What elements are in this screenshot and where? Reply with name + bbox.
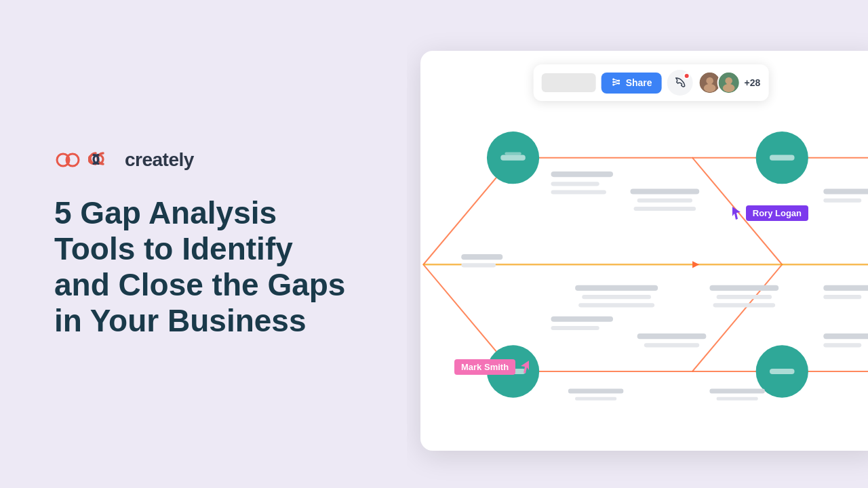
svg-point-13 [706, 77, 713, 85]
creately-logo-icon [54, 152, 81, 168]
svg-rect-42 [578, 303, 654, 307]
svg-point-16 [725, 77, 732, 85]
svg-line-11 [614, 83, 619, 85]
headline: 5 Gap Analysis Tools to Identify and Clo… [54, 195, 353, 339]
svg-rect-37 [823, 199, 861, 203]
svg-rect-52 [823, 333, 868, 339]
diagram-area: Rory Logan Mark Smith [420, 51, 868, 451]
svg-point-17 [723, 84, 735, 92]
toolbar-search[interactable] [542, 73, 596, 92]
svg-rect-55 [575, 397, 616, 401]
svg-rect-33 [630, 188, 699, 194]
svg-rect-32 [551, 190, 606, 194]
collaborators-group[interactable]: +28 [698, 71, 761, 94]
diagram-svg [420, 51, 868, 451]
share-label: Share [626, 77, 652, 88]
svg-rect-30 [551, 171, 614, 177]
call-active-dot [684, 73, 690, 79]
svg-rect-57 [717, 397, 758, 401]
svg-rect-22 [500, 155, 526, 161]
share-icon [611, 77, 622, 89]
svg-rect-38 [461, 254, 502, 260]
svg-rect-34 [637, 199, 692, 203]
left-panel: creately 5 Gap Analysis Tools to Identif… [0, 108, 393, 380]
svg-rect-56 [709, 388, 764, 393]
call-button[interactable] [667, 70, 693, 96]
logo-text: creately [125, 149, 194, 171]
svg-rect-46 [823, 285, 868, 291]
svg-rect-50 [637, 333, 707, 339]
svg-rect-39 [461, 263, 496, 267]
rory-cursor-label: Rory Logan [746, 205, 808, 221]
svg-rect-36 [823, 188, 868, 194]
logo-svg [88, 151, 118, 169]
svg-rect-51 [644, 343, 699, 347]
share-button[interactable]: Share [601, 73, 662, 94]
rory-cursor-container: Rory Logan [732, 205, 808, 221]
svg-rect-53 [823, 343, 861, 347]
svg-rect-25 [770, 155, 795, 161]
mark-cursor-label: Mark Smith [454, 359, 515, 375]
rory-cursor-arrow [732, 207, 743, 220]
avatar-count: +28 [745, 77, 761, 88]
logo: creately [54, 149, 353, 171]
svg-rect-48 [551, 317, 614, 322]
svg-rect-44 [717, 295, 772, 299]
svg-rect-45 [713, 303, 776, 307]
svg-rect-23 [505, 152, 521, 155]
svg-rect-41 [582, 295, 651, 299]
svg-rect-49 [551, 326, 599, 330]
mark-cursor-arrow [518, 361, 529, 374]
svg-rect-54 [568, 388, 623, 393]
svg-point-14 [704, 84, 716, 92]
svg-rect-29 [770, 369, 795, 374]
mark-cursor-container: Mark Smith [454, 359, 529, 375]
svg-rect-47 [823, 295, 861, 299]
svg-rect-35 [634, 207, 696, 211]
svg-marker-19 [692, 261, 699, 268]
avatar-2 [717, 71, 741, 94]
svg-rect-31 [551, 182, 599, 186]
toolbar: Share [534, 64, 769, 101]
diagram-card: Share [420, 51, 868, 451]
svg-rect-40 [575, 285, 658, 291]
right-panel: Share [407, 0, 868, 488]
svg-rect-43 [709, 285, 778, 291]
